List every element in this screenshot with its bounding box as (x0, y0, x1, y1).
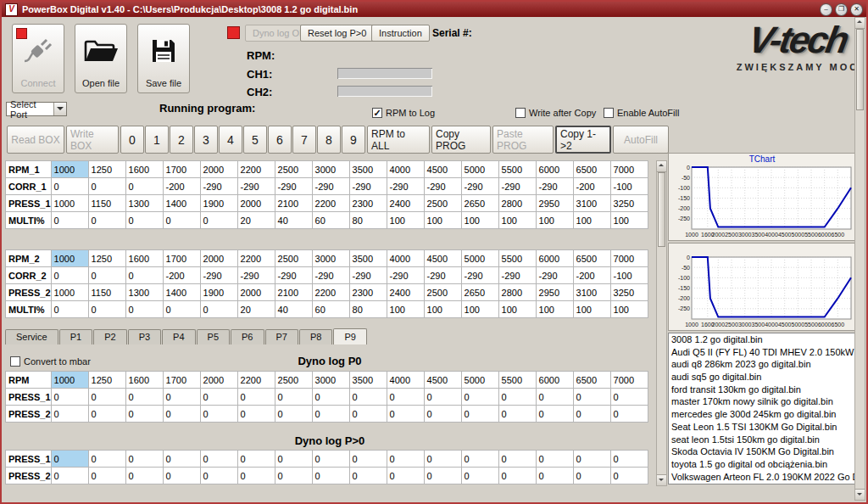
value-cell[interactable]: 0 (536, 406, 573, 423)
value-cell[interactable]: -100 (610, 178, 648, 195)
value-cell[interactable]: -200 (573, 267, 610, 284)
value-cell[interactable]: 4500 (424, 250, 461, 267)
value-cell[interactable]: 2500 (424, 195, 461, 212)
value-cell[interactable]: -290 (237, 178, 275, 195)
value-cell[interactable]: -290 (536, 267, 573, 284)
value-cell[interactable]: 0 (275, 406, 312, 423)
value-cell[interactable]: 3000 (312, 372, 349, 389)
value-cell[interactable]: 3100 (573, 195, 610, 212)
value-cell[interactable]: 5000 (461, 161, 498, 178)
value-cell[interactable]: 0 (125, 178, 163, 195)
value-cell[interactable]: -290 (498, 267, 536, 284)
digit-button[interactable]: 2 (170, 126, 193, 154)
scroll-thumb[interactable] (856, 29, 864, 110)
value-cell[interactable]: 2800 (498, 284, 536, 301)
value-cell[interactable]: 3500 (349, 250, 387, 267)
value-cell[interactable]: 0 (88, 301, 125, 318)
copy-1-to-2-button[interactable]: Copy 1->2 (555, 126, 611, 154)
value-cell[interactable]: 100 (536, 212, 573, 229)
value-cell[interactable]: 0 (163, 451, 200, 468)
value-cell[interactable]: 0 (573, 406, 610, 423)
value-cell[interactable]: 2950 (536, 284, 573, 301)
value-cell[interactable]: 0 (387, 389, 424, 406)
value-cell[interactable]: 1900 (200, 195, 237, 212)
value-cell[interactable]: 0 (573, 451, 610, 468)
titlebar[interactable]: V PowerBox Digital v1.40 - C:\Users\Prod… (2, 2, 866, 17)
value-cell[interactable]: 0 (163, 301, 200, 318)
value-cell[interactable]: 100 (387, 301, 424, 318)
rpm-to-all-button[interactable]: RPM to ALL (367, 126, 430, 154)
value-cell[interactable]: 3000 (312, 161, 349, 178)
value-cell[interactable]: 0 (349, 468, 387, 484)
value-cell[interactable]: 6500 (573, 250, 610, 267)
value-cell[interactable]: 0 (163, 468, 200, 484)
value-cell[interactable]: -290 (461, 178, 498, 195)
tab[interactable]: P8 (299, 329, 332, 344)
value-cell[interactable]: 2000 (200, 161, 237, 178)
value-cell[interactable]: 0 (125, 212, 163, 229)
value-cell[interactable]: 2650 (461, 195, 498, 212)
value-cell[interactable]: 0 (610, 406, 648, 423)
value-cell[interactable]: 1700 (163, 250, 200, 267)
digit-button[interactable]: 1 (145, 126, 169, 154)
value-cell[interactable]: 1600 (125, 250, 163, 267)
value-cell[interactable]: 1700 (163, 161, 200, 178)
value-cell[interactable]: 0 (349, 451, 387, 468)
value-cell[interactable]: 6000 (536, 250, 573, 267)
value-cell[interactable]: 0 (424, 389, 461, 406)
value-cell[interactable]: 3500 (349, 372, 387, 389)
value-cell[interactable]: 3500 (349, 161, 387, 178)
value-cell[interactable]: 0 (498, 451, 536, 468)
value-cell[interactable]: 0 (312, 451, 349, 468)
value-cell[interactable]: 100 (610, 301, 648, 318)
copy-prog-button[interactable]: Copy PROG (431, 126, 491, 154)
value-cell[interactable]: 1000 (51, 195, 88, 212)
value-cell[interactable]: 2800 (498, 195, 536, 212)
reset-log-button[interactable]: Reset log P>0 (300, 25, 374, 42)
value-cell[interactable]: 100 (573, 212, 610, 229)
value-cell[interactable]: 6000 (536, 161, 573, 178)
value-cell[interactable]: 5500 (498, 372, 536, 389)
value-cell[interactable]: 0 (275, 451, 312, 468)
value-cell[interactable]: -100 (610, 267, 648, 284)
value-cell[interactable]: 60 (312, 301, 349, 318)
digit-button[interactable]: 6 (268, 126, 292, 154)
dropdown-arrow-icon[interactable] (53, 103, 66, 115)
value-cell[interactable]: 2300 (349, 195, 387, 212)
value-cell[interactable]: 2300 (349, 284, 387, 301)
value-cell[interactable]: 20 (237, 301, 275, 318)
value-cell[interactable]: 1600 (125, 161, 163, 178)
write-box-button[interactable]: Write BOX (66, 126, 119, 154)
tab[interactable]: P6 (231, 329, 264, 344)
digit-button[interactable]: 5 (243, 126, 267, 154)
value-cell[interactable]: 40 (275, 301, 312, 318)
value-cell[interactable]: 0 (88, 389, 125, 406)
value-cell[interactable]: -200 (163, 267, 200, 284)
value-cell[interactable]: 0 (461, 451, 498, 468)
value-cell[interactable]: 7000 (610, 250, 648, 267)
value-cell[interactable]: 0 (51, 267, 88, 284)
close-button[interactable]: ✕ (850, 3, 863, 16)
value-cell[interactable]: 0 (498, 468, 536, 484)
file-list-item[interactable]: Seat Leon 1.5 TSI 130KM Go Digital.bin (669, 421, 855, 434)
value-cell[interactable]: 1150 (88, 195, 125, 212)
value-cell[interactable]: 1300 (125, 284, 163, 301)
file-list-item[interactable]: audi sq5 go digital.bin (669, 371, 855, 384)
value-cell[interactable]: 2100 (275, 195, 312, 212)
value-cell[interactable]: 20 (237, 212, 275, 229)
value-cell[interactable]: 40 (275, 212, 312, 229)
value-cell[interactable]: 0 (88, 212, 125, 229)
read-box-button[interactable]: Read BOX (7, 126, 64, 154)
digit-button[interactable]: 8 (317, 126, 341, 154)
file-list-item[interactable]: ford transit 130km go digital.bin (669, 384, 855, 396)
value-cell[interactable]: 2000 (237, 195, 275, 212)
value-cell[interactable]: 0 (237, 406, 275, 423)
value-cell[interactable]: 0 (163, 406, 200, 423)
value-cell[interactable]: 2950 (536, 195, 573, 212)
value-cell[interactable]: 80 (349, 301, 387, 318)
value-cell[interactable]: 0 (163, 389, 200, 406)
value-cell[interactable]: -290 (387, 178, 424, 195)
value-cell[interactable]: 4500 (424, 161, 461, 178)
value-cell[interactable]: 0 (461, 468, 498, 484)
value-cell[interactable]: 0 (461, 406, 498, 423)
